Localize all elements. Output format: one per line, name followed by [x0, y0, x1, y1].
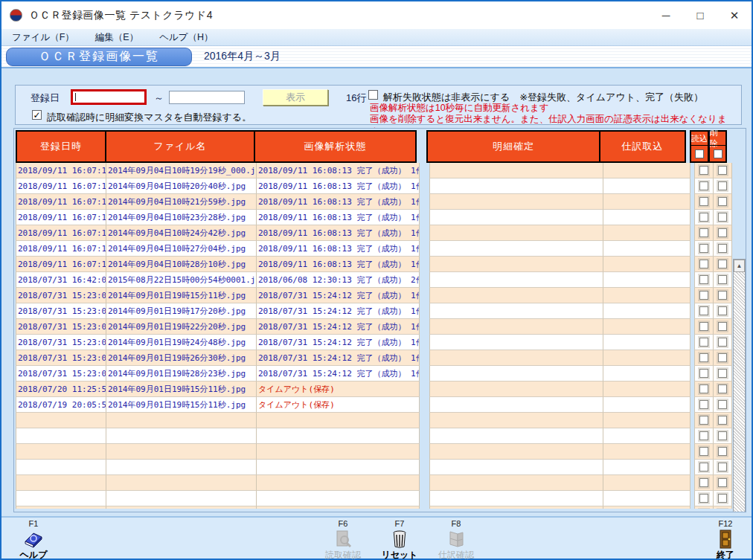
- delete-checkbox[interactable]: [718, 166, 727, 175]
- delete-checkbox[interactable]: [718, 322, 727, 331]
- exit-door-icon: [702, 529, 749, 549]
- cell-read-checkbox: [694, 335, 714, 350]
- scroll-up-button[interactable]: ▲: [734, 260, 745, 272]
- delete-checkbox[interactable]: [718, 306, 727, 315]
- delete-checkbox[interactable]: [718, 291, 727, 300]
- table-row[interactable]: 2018/07/31 15:23:072014年09月01日19時15分11秒.…: [16, 288, 732, 303]
- read-checkbox[interactable]: [699, 197, 708, 206]
- read-checkbox[interactable]: [699, 369, 708, 378]
- delete-checkbox[interactable]: [718, 478, 727, 487]
- page-header: ＯＣＲ登録画像一覧 2016年4月～3月: [1, 46, 752, 68]
- read-select-all-checkbox[interactable]: [695, 149, 704, 158]
- pane-gap: [420, 506, 429, 509]
- read-checkbox[interactable]: [699, 166, 708, 175]
- read-checkbox[interactable]: [699, 291, 708, 300]
- table-row-empty[interactable]: [16, 444, 732, 460]
- table-row[interactable]: 2018/07/20 11:25:572014年09月01日19時15分11秒.…: [16, 382, 732, 397]
- table-row-empty[interactable]: [16, 506, 732, 509]
- delete-checkbox[interactable]: [718, 197, 727, 206]
- read-checkbox[interactable]: [699, 322, 708, 331]
- table-row-empty[interactable]: [16, 460, 732, 475]
- function-key-toolbar: F1 ヘルプ F6 読取確認: [1, 516, 752, 559]
- exit-button[interactable]: F12 終了: [702, 519, 749, 559]
- close-button[interactable]: ✕: [717, 1, 752, 29]
- hide-failed-checkbox[interactable]: [368, 90, 378, 100]
- read-checkbox[interactable]: [699, 338, 708, 347]
- date-from-input[interactable]: [71, 89, 147, 105]
- pane-gap: [420, 413, 429, 428]
- table-row-empty[interactable]: [16, 475, 732, 491]
- menu-file[interactable]: ファイル（F）: [1, 29, 85, 45]
- header-delete-column: 削除: [708, 130, 727, 163]
- help-button[interactable]: F1 ヘルプ: [10, 519, 57, 559]
- minimize-button[interactable]: ─: [649, 1, 683, 29]
- delete-checkbox[interactable]: [718, 463, 727, 472]
- table-row-empty[interactable]: [16, 491, 732, 506]
- table-row[interactable]: 2018/09/11 16:07:142014年09月04日10時23分28秒.…: [16, 210, 732, 225]
- table-row[interactable]: 2018/07/31 15:23:072014年09月01日19時22分20秒.…: [16, 319, 732, 335]
- delete-select-all-checkbox[interactable]: [714, 149, 722, 158]
- delete-checkbox[interactable]: [718, 260, 727, 268]
- table-row[interactable]: 2018/07/31 15:23:072014年09月01日19時28分23秒.…: [16, 366, 732, 382]
- delete-checkbox[interactable]: [718, 400, 727, 409]
- table-row[interactable]: 2018/09/11 16:07:142014年09月04日10時27分04秒.…: [16, 241, 732, 257]
- read-checkbox[interactable]: [699, 181, 708, 190]
- cell-read-checkbox: [694, 491, 714, 506]
- delete-checkbox[interactable]: [718, 338, 727, 347]
- delete-checkbox[interactable]: [718, 369, 727, 378]
- table-row[interactable]: 2018/07/31 15:23:072014年09月01日19時17分20秒.…: [16, 303, 732, 319]
- read-checkbox[interactable]: [699, 431, 708, 440]
- delete-checkbox[interactable]: [718, 447, 727, 456]
- read-checkbox[interactable]: [699, 213, 708, 222]
- read-checkbox[interactable]: [699, 478, 708, 487]
- read-checkbox[interactable]: [699, 447, 708, 456]
- pane-gap: [420, 210, 429, 225]
- maximize-button[interactable]: □: [683, 1, 717, 29]
- fiscal-period-label: 2016年4月～3月: [204, 50, 281, 63]
- table-row-empty[interactable]: [16, 428, 732, 444]
- auto-register-checkbox[interactable]: ✓: [32, 110, 42, 120]
- delete-checkbox[interactable]: [718, 431, 727, 440]
- read-checkbox[interactable]: [699, 463, 708, 472]
- read-checkbox[interactable]: [699, 400, 708, 409]
- table-row[interactable]: 2018/07/19 20:05:542014年09月01日19時15分11秒.…: [16, 397, 732, 413]
- date-to-input[interactable]: [169, 91, 245, 104]
- read-checkbox[interactable]: [699, 275, 708, 284]
- cell-delete-checkbox: [714, 303, 732, 319]
- table-row[interactable]: 2018/09/11 16:07:142014年09月04日10時20分40秒.…: [16, 178, 732, 194]
- table-row[interactable]: 2018/07/31 16:42:012015年08月22日15時00分54秒0…: [16, 272, 732, 288]
- table-row[interactable]: 2018/09/11 16:07:142014年09月04日10時24分42秒.…: [16, 225, 732, 241]
- delete-checkbox[interactable]: [718, 213, 727, 222]
- table-row[interactable]: 2018/09/11 16:07:142014年09月04日10時21分59秒.…: [16, 194, 732, 210]
- delete-checkbox[interactable]: [718, 494, 727, 503]
- table-row[interactable]: 2018/07/31 15:23:072014年09月01日19時24分48秒.…: [16, 335, 732, 350]
- reset-button[interactable]: F7 リセット: [376, 519, 423, 559]
- read-checkbox[interactable]: [699, 353, 708, 362]
- read-checkbox[interactable]: [699, 260, 708, 268]
- display-button[interactable]: 表示: [263, 89, 328, 106]
- table-row[interactable]: 2018/07/31 15:23:072014年09月01日19時26分30秒.…: [16, 350, 732, 366]
- delete-checkbox[interactable]: [718, 228, 727, 237]
- table-row[interactable]: 2018/09/11 16:07:142014年09月04日10時28分10秒.…: [16, 257, 732, 272]
- read-checkbox[interactable]: [699, 306, 708, 315]
- cell-detail-confirm: [429, 491, 603, 506]
- table-row-empty[interactable]: [16, 413, 732, 428]
- read-checkbox[interactable]: [699, 228, 708, 237]
- delete-checkbox[interactable]: [718, 353, 727, 362]
- delete-checkbox[interactable]: [718, 244, 727, 253]
- menu-help[interactable]: ヘルプ（H）: [149, 29, 223, 45]
- cell-journal-import: [603, 319, 690, 335]
- table-row[interactable]: 2018/09/11 16:07:142014年09月04日10時19分19秒_…: [16, 163, 732, 178]
- cell-read-checkbox: [694, 444, 714, 460]
- read-checkbox[interactable]: [699, 244, 708, 253]
- delete-checkbox[interactable]: [718, 275, 727, 284]
- vertical-scrollbar[interactable]: ▲ ▼: [733, 259, 746, 512]
- delete-checkbox[interactable]: [718, 416, 727, 425]
- menu-edit[interactable]: 編集（E）: [85, 29, 149, 45]
- read-checkbox[interactable]: [699, 416, 708, 425]
- read-checkbox[interactable]: [699, 494, 708, 503]
- delete-checkbox[interactable]: [718, 181, 727, 190]
- read-checkbox[interactable]: [699, 384, 708, 393]
- delete-checkbox[interactable]: [718, 384, 727, 393]
- app-window: ＯＣＲ登録画像一覧 テストクラウド4 ─ □ ✕ ファイル（F） 編集（E） ヘ…: [0, 0, 753, 560]
